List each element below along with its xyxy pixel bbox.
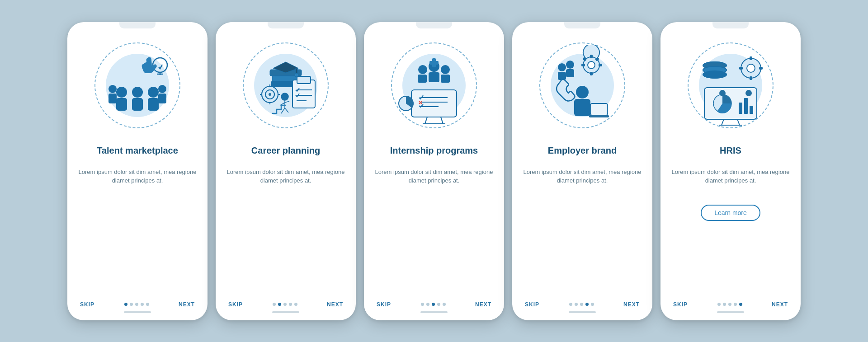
svg-rect-64 xyxy=(558,72,566,80)
phone-5-dots xyxy=(717,303,742,306)
phone-1-next[interactable]: NEXT xyxy=(179,301,195,308)
svg-rect-26 xyxy=(292,80,315,108)
dot-5-0 xyxy=(717,303,721,306)
illustration-hris xyxy=(681,36,780,135)
dot-4-3 xyxy=(585,303,589,306)
dot-5-1 xyxy=(723,303,726,306)
svg-rect-38 xyxy=(429,72,439,82)
phone-employer-brand: Employer brand Lorem ipsum dolor sit dim… xyxy=(512,22,652,320)
svg-point-67 xyxy=(576,86,589,98)
svg-rect-45 xyxy=(411,90,457,117)
dot-1-4 xyxy=(146,303,149,306)
dot-4-1 xyxy=(575,303,578,306)
dot-1-3 xyxy=(141,303,144,306)
dot-1-1 xyxy=(130,303,133,306)
dot-3-3 xyxy=(437,303,440,306)
phone-2-skip[interactable]: SKIP xyxy=(228,301,243,308)
dot-5-2 xyxy=(728,303,731,306)
phone-4-title: Employer brand xyxy=(548,139,617,162)
svg-rect-59 xyxy=(581,64,585,66)
phone-5-description: Lorem ipsum dolor sit dim amet, mea regi… xyxy=(670,168,792,200)
phone-hris: HRIS Lorem ipsum dolor sit dim amet, mea… xyxy=(660,22,801,320)
phone-1-skip[interactable]: SKIP xyxy=(80,301,94,308)
dot-3-0 xyxy=(421,303,424,306)
phone-4-bottom-bar xyxy=(569,311,596,313)
dot-4-4 xyxy=(591,303,594,306)
svg-rect-66 xyxy=(566,69,574,77)
phone-1-dots xyxy=(124,303,149,306)
illustration-employer-brand xyxy=(533,36,632,135)
svg-point-41 xyxy=(441,65,450,74)
svg-rect-57 xyxy=(590,55,593,58)
svg-rect-7 xyxy=(108,94,117,103)
phone-career-planning: Career planning Lorem ipsum dolor sit di… xyxy=(216,22,356,320)
svg-rect-1 xyxy=(116,98,127,111)
phone-notch-4 xyxy=(564,22,600,28)
svg-rect-83 xyxy=(739,67,743,70)
phone-3-bottom-bar xyxy=(420,311,448,313)
illustration-career-planning xyxy=(236,36,335,135)
phone-3-next[interactable]: NEXT xyxy=(475,301,491,308)
phone-4-nav: SKIP NEXT xyxy=(521,301,643,308)
svg-point-0 xyxy=(116,87,127,98)
phone-5-nav: SKIP NEXT xyxy=(670,301,792,308)
phone-talent-marketplace: Talent marketplace Lorem ipsum dolor sit… xyxy=(67,22,208,320)
phone-2-description: Lorem ipsum dolor sit dim amet, mea regi… xyxy=(225,168,347,200)
phone-2-nav: SKIP NEXT xyxy=(225,301,347,308)
svg-rect-5 xyxy=(148,98,159,111)
phone-notch-2 xyxy=(268,22,304,28)
phone-2-title: Career planning xyxy=(251,139,320,162)
illustration-internship-programs xyxy=(384,36,484,135)
phone-internship-programs: Internship programs Lorem ipsum dolor si… xyxy=(364,22,504,320)
illustration-talent-marketplace xyxy=(88,36,187,135)
dot-3-4 xyxy=(443,303,446,306)
svg-line-36 xyxy=(285,108,288,112)
svg-rect-92 xyxy=(750,106,753,114)
svg-rect-44 xyxy=(429,61,439,65)
phone-5-skip[interactable]: SKIP xyxy=(673,301,688,308)
svg-point-31 xyxy=(281,93,288,100)
svg-point-39 xyxy=(418,65,427,74)
phone-2-next[interactable]: NEXT xyxy=(327,301,343,308)
phone-3-description: Lorem ipsum dolor sit dim amet, mea regi… xyxy=(373,168,495,200)
phones-container: Talent marketplace Lorem ipsum dolor sit… xyxy=(49,9,819,334)
svg-rect-90 xyxy=(739,103,742,114)
svg-line-87 xyxy=(737,119,740,125)
phone-2-bottom-bar xyxy=(272,311,299,313)
svg-point-4 xyxy=(148,87,159,98)
svg-point-21 xyxy=(269,93,271,96)
phone-3-skip[interactable]: SKIP xyxy=(377,301,391,308)
svg-rect-58 xyxy=(590,72,593,75)
svg-rect-91 xyxy=(744,98,748,114)
svg-rect-81 xyxy=(750,56,752,60)
phone-notch-5 xyxy=(712,22,749,28)
svg-point-56 xyxy=(588,61,595,69)
phone-4-dots xyxy=(569,303,594,306)
svg-rect-60 xyxy=(599,64,602,66)
phone-4-skip[interactable]: SKIP xyxy=(525,301,539,308)
phone-1-title: Talent marketplace xyxy=(97,139,178,162)
phone-1-nav: SKIP NEXT xyxy=(76,301,198,308)
svg-rect-3 xyxy=(132,98,143,111)
phone-5-title: HRIS xyxy=(720,139,741,162)
dot-2-1 xyxy=(278,303,281,306)
svg-rect-69 xyxy=(590,103,608,115)
phone-5-next[interactable]: NEXT xyxy=(772,301,788,308)
dot-5-3 xyxy=(734,303,737,306)
phone-1-description: Lorem ipsum dolor sit dim amet, mea regi… xyxy=(76,168,198,200)
svg-point-78 xyxy=(703,71,726,78)
phone-4-next[interactable]: NEXT xyxy=(623,301,640,308)
phone-notch-1 xyxy=(119,22,156,28)
svg-rect-42 xyxy=(441,75,450,83)
svg-rect-9 xyxy=(158,94,166,103)
phone-notch-3 xyxy=(416,22,452,28)
svg-point-94 xyxy=(745,90,752,96)
svg-point-65 xyxy=(566,61,574,69)
dot-1-0 xyxy=(124,303,127,306)
dot-5-4 xyxy=(739,303,742,306)
dot-2-2 xyxy=(283,303,287,306)
learn-more-button[interactable]: Learn more xyxy=(701,205,760,221)
svg-point-80 xyxy=(747,64,755,72)
phone-1-bottom-bar xyxy=(124,311,151,313)
dot-3-2 xyxy=(432,303,435,306)
